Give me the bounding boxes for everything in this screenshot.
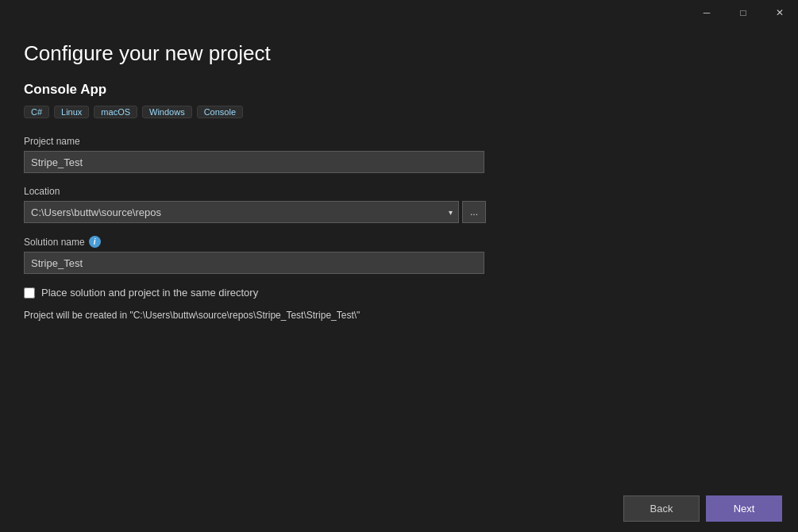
page-title: Configure your new project [24,41,774,66]
browse-button[interactable]: ... [462,201,486,223]
same-directory-checkbox[interactable] [24,287,35,299]
tag-csharp: C# [24,106,49,118]
location-select-wrapper: C:\Users\buttw\source\repos [24,201,459,223]
project-name-group: Project name [24,136,774,173]
minimize-button[interactable]: ─ [688,0,725,25]
tags-row: C# Linux macOS Windows Console [24,106,774,118]
titlebar: ─ □ ✕ [0,0,798,25]
location-row: C:\Users\buttw\source\repos ... [24,201,774,223]
tag-macos: macOS [94,106,137,118]
project-name-input[interactable] [24,151,484,173]
solution-name-group: Solution name i [24,236,774,274]
main-content: Configure your new project Console App C… [0,25,798,337]
solution-name-input[interactable] [24,252,484,274]
bottom-bar: Back Next [0,484,798,532]
maximize-button[interactable]: □ [725,0,761,25]
solution-name-info-icon: i [89,236,101,248]
tag-console: Console [197,106,243,118]
location-select[interactable]: C:\Users\buttw\source\repos [24,201,459,223]
project-path-text: Project will be created in "C:\Users\but… [24,310,774,321]
project-name-label: Project name [24,136,774,147]
back-button[interactable]: Back [623,495,700,522]
close-button[interactable]: ✕ [761,0,798,25]
solution-name-label: Solution name i [24,236,774,248]
tag-linux: Linux [54,106,89,118]
same-directory-label[interactable]: Place solution and project in the same d… [41,287,258,299]
same-directory-row: Place solution and project in the same d… [24,287,774,299]
app-name-label: Console App [24,82,774,98]
location-label: Location [24,186,774,197]
location-group: Location C:\Users\buttw\source\repos ... [24,186,774,223]
next-button[interactable]: Next [706,495,782,522]
tag-windows: Windows [142,106,192,118]
